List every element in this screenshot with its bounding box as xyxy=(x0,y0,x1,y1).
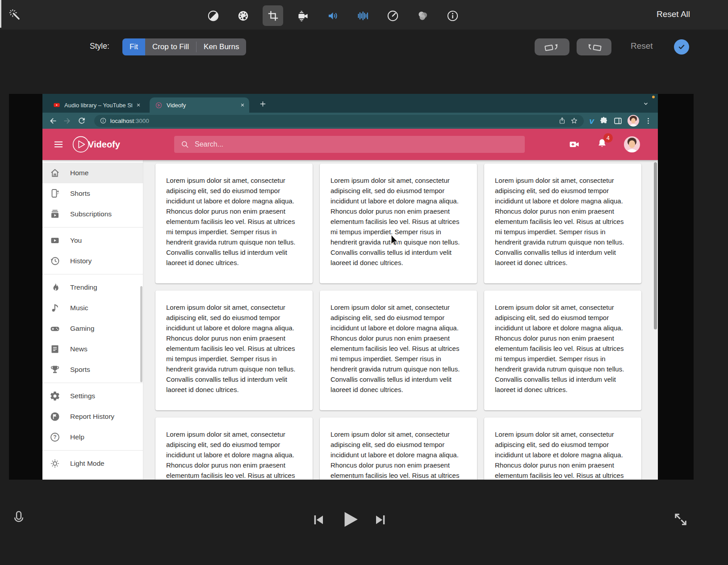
browser-profile-avatar[interactable] xyxy=(628,115,639,126)
sidebar-item-settings[interactable]: Settings xyxy=(42,386,143,406)
back-icon[interactable] xyxy=(48,115,59,126)
crop-tool-icon[interactable] xyxy=(263,5,283,26)
sidebar-item-gaming[interactable]: Gaming xyxy=(42,318,143,339)
create-video-icon[interactable] xyxy=(569,139,580,150)
volume-icon[interactable] xyxy=(322,5,343,26)
sidebar-item-history[interactable]: History xyxy=(42,251,143,271)
sidebar-label: Gaming xyxy=(70,325,94,333)
style-option-ken-burns[interactable]: Ken Burns xyxy=(197,38,246,55)
videofy-content: Lorem ipsum dolor sit amet, consectetur … xyxy=(143,160,658,480)
gear-icon xyxy=(50,391,60,401)
microphone-icon[interactable] xyxy=(12,509,26,529)
speed-gauge-icon[interactable] xyxy=(382,5,403,26)
magic-wand-icon[interactable] xyxy=(5,5,25,25)
style-option-fit[interactable]: Fit xyxy=(122,38,145,55)
contrast-icon[interactable] xyxy=(203,5,223,26)
user-avatar[interactable] xyxy=(624,136,640,152)
notification-badge: 4 xyxy=(603,133,613,143)
sidebar-item-home[interactable]: Home xyxy=(42,163,143,183)
sidebar-label: You xyxy=(70,236,82,245)
site-info-icon[interactable] xyxy=(100,117,107,124)
videofy-app-bar: Videofy 4 xyxy=(42,129,658,160)
side-panel-icon[interactable] xyxy=(613,116,623,126)
lorem-card: Lorem ipsum dolor sit amet, consectetur … xyxy=(484,417,641,480)
sidebar-item-sports[interactable]: Sports xyxy=(42,359,143,380)
lorem-card: Lorem ipsum dolor sit amet, consectetur … xyxy=(484,291,641,410)
tab-videofy[interactable]: Videofy xyxy=(150,97,249,113)
style-option-crop-to-fill[interactable]: Crop to Fill xyxy=(145,38,196,55)
sidebar-label: News xyxy=(70,345,88,353)
sidebar-label: Light Mode xyxy=(70,460,105,468)
adjustment-toolbar xyxy=(203,5,463,26)
info-icon[interactable] xyxy=(442,5,463,26)
videofy-logo[interactable]: Videofy xyxy=(72,135,120,153)
sidebar-label: Settings xyxy=(70,392,95,400)
sidebar-item-you[interactable]: You xyxy=(42,230,143,251)
lorem-card: Lorem ipsum dolor sit amet, consectetur … xyxy=(155,417,313,480)
fullscreen-icon[interactable] xyxy=(673,511,689,529)
search-icon xyxy=(180,140,189,149)
sidebar-item-news[interactable]: News xyxy=(42,339,143,359)
gamepad-icon xyxy=(50,323,60,334)
url-host: localhost:3000 xyxy=(110,118,149,124)
sidebar-item-report-history[interactable]: Report History xyxy=(42,406,143,427)
lorem-card: Lorem ipsum dolor sit amet, consectetur … xyxy=(320,417,477,480)
address-bar[interactable]: localhost:3000 xyxy=(94,115,584,127)
history-icon xyxy=(50,256,60,266)
apply-checkmark-button[interactable] xyxy=(674,39,689,55)
color-palette-icon[interactable] xyxy=(233,5,253,26)
sidebar-item-music[interactable]: Music xyxy=(42,298,143,318)
page-scrollbar[interactable] xyxy=(654,162,657,329)
audio-levels-icon[interactable] xyxy=(352,5,373,26)
rotate-counterclockwise-button[interactable] xyxy=(535,38,569,55)
sidebar-item-shorts[interactable]: Shorts xyxy=(42,183,143,204)
news-document-icon xyxy=(50,344,60,354)
skip-forward-button[interactable] xyxy=(373,513,388,529)
lorem-card: Lorem ipsum dolor sit amet, consectetur … xyxy=(320,164,477,283)
mouse-cursor xyxy=(390,234,399,246)
browser-menu-dots-icon[interactable] xyxy=(644,117,653,125)
sun-icon xyxy=(50,458,60,469)
shorts-icon xyxy=(50,188,60,199)
search-input[interactable] xyxy=(195,140,519,148)
sidebar-item-help[interactable]: ? Help xyxy=(42,427,143,447)
tab-youtube-studio[interactable]: Audio library – YouTube Studio xyxy=(48,97,145,113)
browser-toolbar: localhost:3000 v xyxy=(42,113,658,129)
bookmark-star-icon[interactable] xyxy=(570,117,578,125)
sidebar-label: History xyxy=(70,257,92,265)
share-icon[interactable] xyxy=(558,117,566,125)
reset-all-button[interactable]: Reset All xyxy=(657,9,690,19)
video-preview-area: Audio library – YouTube Studio Videofy xyxy=(9,94,694,480)
sidebar-item-subscriptions[interactable]: Subscriptions xyxy=(42,204,143,224)
reset-button[interactable]: Reset xyxy=(631,41,653,51)
browser-window: Audio library – YouTube Studio Videofy xyxy=(42,94,658,480)
color-balance-icon[interactable] xyxy=(412,5,433,26)
search-bar[interactable] xyxy=(174,136,525,153)
brand-name: Videofy xyxy=(88,139,120,150)
trending-flame-icon xyxy=(50,282,60,293)
videofy-sidebar: Home Shorts Subscriptions You xyxy=(42,160,143,480)
sidebar-scrollbar[interactable] xyxy=(140,286,142,382)
subscriptions-icon xyxy=(50,209,60,219)
hamburger-menu-icon[interactable] xyxy=(49,135,68,154)
new-tab-button[interactable] xyxy=(257,98,268,109)
sidebar-item-trending[interactable]: Trending xyxy=(42,277,143,298)
sidebar-item-light-mode[interactable]: Light Mode xyxy=(42,453,143,474)
tab-close-icon[interactable] xyxy=(136,103,141,107)
videofy-favicon xyxy=(155,101,163,109)
reload-icon[interactable] xyxy=(76,115,87,126)
sidebar-label: Sports xyxy=(70,366,90,374)
tab-close-icon[interactable] xyxy=(240,103,245,107)
lorem-card: Lorem ipsum dolor sit amet, consectetur … xyxy=(320,291,477,410)
notifications-bell[interactable]: 4 xyxy=(596,138,608,151)
extensions-puzzle-icon[interactable] xyxy=(599,116,608,126)
tab-search-chevron-icon[interactable] xyxy=(643,101,649,109)
video-stabilization-icon[interactable] xyxy=(293,5,313,26)
rotate-clockwise-button[interactable] xyxy=(577,38,611,55)
forward-icon[interactable] xyxy=(62,115,73,126)
lorem-card: Lorem ipsum dolor sit amet, consectetur … xyxy=(484,164,641,283)
skip-back-button[interactable] xyxy=(311,513,326,529)
play-button[interactable] xyxy=(340,509,360,531)
vimeo-extension-icon[interactable]: v xyxy=(589,117,594,125)
you-icon xyxy=(50,235,60,246)
